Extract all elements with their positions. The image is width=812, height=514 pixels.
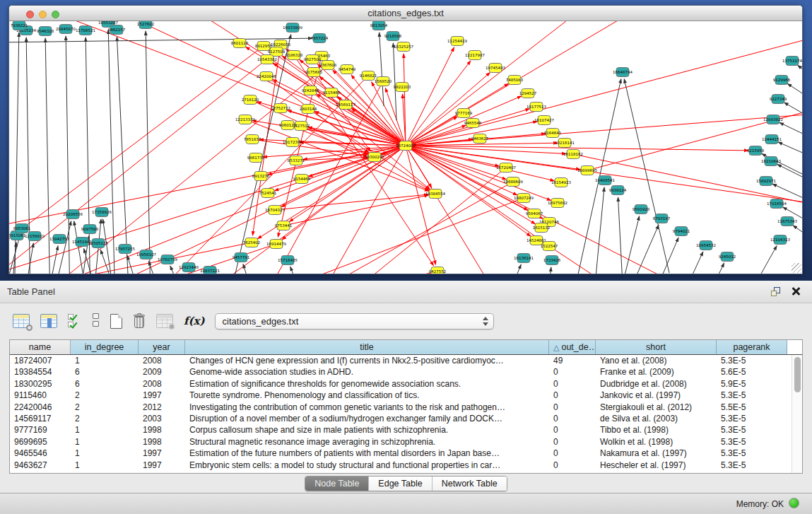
table-cell[interactable]: 2008 (139, 378, 185, 390)
graph-node[interactable]: 8427552 (429, 267, 447, 274)
table-cell[interactable]: 1997 (139, 460, 185, 471)
table-cell[interactable]: 9465546 (10, 448, 71, 459)
table-cell[interactable]: 5.3E-5 (717, 448, 787, 459)
graph-node[interactable]: 10837221 (200, 267, 220, 274)
table-cell[interactable]: Franke et al. (2009) (596, 366, 717, 378)
table-cell[interactable]: 2008 (139, 355, 185, 366)
table-cell[interactable]: Yano et al. (2008) (596, 355, 717, 366)
graph-node[interactable]: 7485083 (506, 76, 524, 85)
column-header-title[interactable]: title (185, 340, 549, 354)
graph-node[interactable]: 8454749 (339, 65, 356, 74)
table-cell[interactable]: 1 (71, 448, 139, 459)
graph-node[interactable]: 9242848 (302, 86, 319, 95)
graph-node[interactable]: 8186328 (286, 51, 303, 60)
graph-node[interactable]: 12213339 (235, 115, 255, 124)
graph-node[interactable]: 8753441 (275, 221, 293, 230)
graph-node[interactable]: 1615132 (533, 223, 551, 233)
table-cell[interactable]: 5.3E-5 (717, 436, 787, 448)
graph-node[interactable]: 13942757 (49, 235, 69, 244)
graph-node[interactable]: 8462157 (108, 25, 126, 35)
graph-node[interactable]: 8913276 (252, 172, 270, 181)
graph-node[interactable]: 20206556 (63, 210, 83, 219)
graph-node[interactable]: 12752712 (271, 104, 290, 113)
table-cell[interactable]: 9463627 (10, 460, 71, 471)
table-cell[interactable]: Corpus callosum shape and size in male p… (185, 424, 549, 436)
table-cell[interactable]: 19384554 (10, 366, 71, 378)
graph-node[interactable]: 9777169 (455, 109, 473, 118)
graph-node[interactable]: 17016504 (767, 199, 787, 209)
table-cell[interactable]: 5.3E-5 (717, 390, 787, 401)
table-cell[interactable]: Investigating the contribution of common… (185, 402, 549, 413)
row-select-icon[interactable] (68, 313, 82, 329)
graph-node[interactable]: 10954532 (696, 241, 716, 250)
column-header-year[interactable]: year (139, 340, 185, 354)
graph-node[interactable]: 9154469 (293, 175, 311, 184)
graph-node[interactable]: 12156819 (25, 232, 45, 241)
graph-node[interactable]: 9861733 (247, 153, 265, 163)
graph-node[interactable]: 9465546 (464, 119, 482, 128)
table-cell[interactable]: 9699695 (10, 436, 71, 448)
table-cell[interactable]: Stergiakouli et al. (2012) (596, 402, 717, 413)
graph-node[interactable]: 1568520 (375, 77, 392, 86)
new-document-icon[interactable] (110, 314, 122, 329)
graph-node[interactable]: 16210643 (761, 157, 781, 166)
graph-node[interactable]: 9546328 (37, 27, 54, 36)
graph-node[interactable]: 8215958 (747, 146, 765, 156)
graph-node[interactable]: 16033809 (283, 23, 302, 33)
table-cell[interactable]: Estimation of the future numbers of pati… (185, 448, 549, 459)
graph-node[interactable]: 10958107 (136, 250, 156, 259)
graph-node[interactable]: 13751074 (782, 57, 802, 66)
column-header-in_degree[interactable]: in_degree (71, 340, 139, 354)
table-cell[interactable]: 2 (71, 402, 139, 413)
graph-node[interactable]: 7851837 (244, 135, 261, 144)
table-row[interactable]: 1830029562008Estimation of significance … (10, 378, 802, 390)
graph-node[interactable]: 16648794 (613, 68, 632, 77)
vertical-scrollbar[interactable] (792, 355, 802, 473)
graph-node[interactable]: 9245012 (719, 252, 736, 262)
graph-node[interactable]: 11254419 (447, 37, 467, 46)
column-header-name[interactable]: name (10, 340, 71, 354)
graph-node[interactable]: 9938124 (609, 186, 627, 195)
graph-node[interactable]: 1294527 (519, 89, 537, 98)
graph-node[interactable]: 16118162 (563, 150, 583, 159)
graph-node[interactable]: 16107427 (534, 116, 554, 125)
graph-node[interactable]: 19745493 (486, 64, 505, 73)
table-row[interactable]: 969969511998Structural magnetic resonanc… (10, 436, 802, 448)
table-cell[interactable]: Tibbo et al. (1998) (596, 424, 717, 436)
graph-node[interactable]: 12923448 (179, 263, 199, 272)
graph-node[interactable]: 16136141 (514, 254, 534, 263)
graph-node[interactable]: 17957255 (115, 245, 135, 254)
table-cell[interactable]: 5.3E-5 (717, 460, 787, 471)
column-header-short[interactable]: short (596, 340, 717, 354)
table-cell[interactable]: Nakamura et al. (1997) (596, 448, 717, 459)
table-cell[interactable]: 2 (71, 413, 139, 424)
graph-node[interactable]: 11675343 (777, 217, 797, 226)
graph-node[interactable]: 20845870 (56, 25, 76, 34)
table-cell[interactable]: 5.3E-5 (717, 424, 787, 436)
graph-node[interactable]: 12217987 (465, 51, 485, 60)
table-cell[interactable]: 0 (549, 424, 596, 436)
table-cell[interactable]: Wolkin et al. (1998) (596, 436, 717, 448)
graph-node[interactable]: 9584067 (526, 209, 543, 218)
close-panel-icon[interactable] (791, 286, 801, 296)
table-cell[interactable]: 18724007 (10, 355, 71, 366)
graph-node[interactable]: 6793197 (653, 214, 671, 223)
graph-node[interactable]: 2367608 (319, 61, 337, 70)
graph-node[interactable]: 7938221 (11, 21, 28, 30)
row-height-icon[interactable] (93, 313, 100, 329)
graph-node[interactable]: 9591928 (632, 205, 650, 214)
table-cell[interactable]: 1998 (139, 436, 185, 448)
table-row[interactable]: 911546021997Tourette syndrome. Phenomeno… (10, 390, 802, 401)
table-cell[interactable]: 18300295 (10, 378, 71, 390)
graph-node[interactable]: 16154923 (551, 178, 571, 187)
tab-network-table[interactable]: Network Table (433, 477, 507, 491)
graph-node[interactable]: 17359926 (92, 208, 112, 217)
graph-node[interactable]: 1527602 (137, 21, 155, 29)
graph-node[interactable]: 9227349 (770, 95, 787, 104)
table-cell[interactable]: Hescheler et al. (1997) (596, 460, 717, 471)
table-cell[interactable]: 1 (71, 436, 139, 448)
column-header-pagerank[interactable]: pagerank (717, 340, 787, 354)
graph-node[interactable]: 8822203 (394, 83, 411, 92)
table-row[interactable]: 2242004622012Investigating the contribut… (10, 402, 802, 413)
column-header-out_de[interactable]: △out_de… (549, 340, 596, 354)
